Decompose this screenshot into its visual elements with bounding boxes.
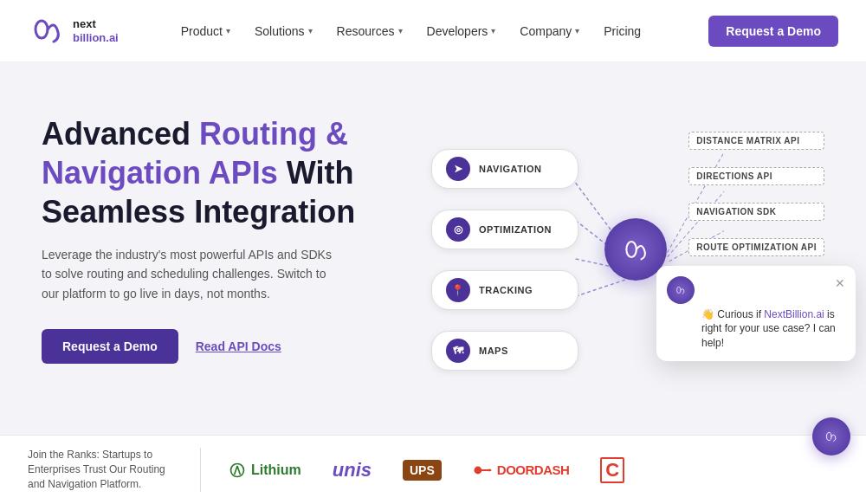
chat-bubble-icon: [823, 428, 840, 445]
nav-product[interactable]: Product ▾: [171, 17, 241, 45]
lithium-logo: Lithium: [229, 462, 301, 479]
api-directions: DIRECTIONS API: [688, 167, 824, 185]
chat-bubble-button[interactable]: [812, 417, 850, 456]
logo[interactable]: next billion.ai: [28, 12, 119, 50]
svg-line-14: [235, 466, 237, 475]
svg-line-4: [576, 279, 629, 296]
navigation-icon: ➤: [446, 157, 470, 181]
logo-text-line3: .ai: [106, 31, 118, 44]
doordash-logo: DOORDASH: [473, 462, 570, 477]
center-logo-icon: [620, 234, 651, 265]
svg-point-16: [474, 466, 481, 474]
request-demo-button[interactable]: Request a Demo: [708, 16, 838, 47]
api-route-optimization: ROUTE OPTIMIZATION API: [688, 238, 824, 256]
unis-logo: unis: [333, 459, 372, 481]
main-nav: Product ▾ Solutions ▾ Resources ▾ Develo…: [171, 17, 709, 45]
doordash-label: DOORDASH: [497, 462, 570, 477]
nav-resources[interactable]: Resources ▾: [326, 17, 413, 45]
lithium-label: Lithium: [251, 462, 301, 478]
pill-maps: 🗺 MAPS: [431, 331, 578, 371]
feature-pills: ➤ NAVIGATION ◎ OPTIMIZATION 📍 TRACKING 🗺…: [431, 149, 578, 371]
svg-point-13: [231, 463, 244, 476]
tracking-icon: 📍: [446, 278, 470, 302]
partial-logo: C: [600, 457, 624, 483]
pill-optimization: ◎ OPTIMIZATION: [431, 210, 578, 249]
hero-docs-button[interactable]: Read API Docs: [196, 339, 281, 353]
nav-developers[interactable]: Developers ▾: [417, 17, 507, 45]
logo-text-line2: billion: [73, 31, 106, 44]
pill-navigation: ➤ NAVIGATION: [431, 149, 578, 189]
hero-subtitle: Leverage the industry's most powerful AP…: [42, 245, 345, 303]
ups-label: UPS: [403, 460, 442, 481]
chat-message: 👋 Curious if NextBillion.ai is right for…: [701, 307, 845, 351]
svg-point-19: [827, 432, 831, 440]
hero-demo-button[interactable]: Request a Demo: [42, 329, 178, 364]
doordash-icon: [473, 463, 492, 477]
lithium-icon: [229, 462, 246, 479]
svg-point-18: [488, 468, 490, 471]
api-distance-matrix: DISTANCE MATRIX API: [688, 132, 824, 150]
nav-company[interactable]: Company ▾: [509, 17, 590, 45]
unis-label: unis: [333, 459, 372, 481]
logo-text-line1: next: [73, 17, 119, 31]
pill-tracking: 📍 TRACKING: [431, 270, 578, 310]
api-navigation-sdk: NAVIGATION SDK: [688, 203, 824, 221]
chat-header: ✕: [667, 276, 845, 304]
chevron-down-icon: ▾: [491, 26, 495, 36]
hero-left: Advanced Routing & Navigation APIs With …: [42, 106, 405, 435]
nav-pricing[interactable]: Pricing: [593, 17, 651, 45]
chat-avatar: [667, 276, 695, 304]
logos-bar: Join the Ranks: Startups to Enterprises …: [0, 435, 866, 504]
svg-line-15: [237, 466, 240, 475]
hero-section: Advanced Routing & Navigation APIs With …: [0, 62, 866, 435]
chevron-down-icon: ▾: [398, 26, 403, 36]
chevron-down-icon: ▾: [308, 26, 313, 36]
optimization-icon: ◎: [446, 217, 470, 242]
chat-widget: ✕ 👋 Curious if NextBillion.ai is right f…: [656, 266, 856, 361]
header: next billion.ai Product ▾ Solutions ▾ Re…: [0, 0, 866, 62]
hero-buttons: Request a Demo Read API Docs: [42, 329, 405, 364]
chat-link[interactable]: NextBillion.ai: [764, 308, 824, 320]
svg-point-12: [677, 287, 681, 293]
svg-point-0: [36, 21, 48, 38]
logos-bar-text: Join the Ranks: Startups to Enterprises …: [28, 448, 201, 491]
logo-icon: [28, 12, 66, 50]
close-icon[interactable]: ✕: [835, 276, 845, 290]
maps-icon: 🗺: [446, 339, 470, 363]
hero-title: Advanced Routing & Navigation APIs With …: [42, 114, 405, 231]
ups-logo: UPS: [403, 460, 442, 481]
chevron-down-icon: ▾: [575, 26, 579, 36]
svg-point-11: [626, 242, 636, 257]
chevron-down-icon: ▾: [226, 26, 230, 36]
company-logos: Lithium unis UPS DOORDASH C: [229, 457, 624, 483]
nav-solutions[interactable]: Solutions ▾: [244, 17, 323, 45]
